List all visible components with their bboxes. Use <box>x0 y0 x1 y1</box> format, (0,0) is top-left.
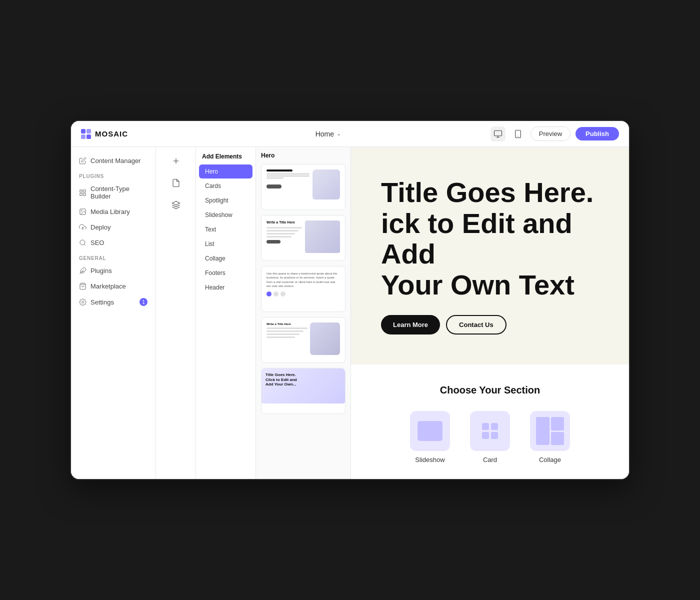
logo-area: MOSAIC <box>81 129 166 139</box>
tmpl4-text: Write a Title Here <box>266 322 308 355</box>
sidebar-label-deploy: Deploy <box>90 224 110 231</box>
template-card-4[interactable]: Write a Title Here <box>261 317 346 363</box>
nav-home-label: Home <box>316 130 334 138</box>
hero-contact-us-button[interactable]: Contact Us <box>446 315 506 334</box>
preview-button[interactable]: Preview <box>530 126 570 141</box>
template-card-2[interactable]: Write a Title Here <box>261 215 346 261</box>
tmpl3-pagination <box>266 292 340 296</box>
tmpl3-layout: Use this space to share a testimonial qu… <box>266 272 340 296</box>
template-card-3[interactable]: Use this space to share a testimonial qu… <box>261 266 346 312</box>
choose-section: Choose Your Section Slideshow <box>351 364 629 479</box>
element-footers[interactable]: Footers <box>199 266 252 280</box>
top-bar-right: Preview Publish <box>490 126 619 142</box>
layers-icon[interactable] <box>166 195 186 215</box>
svg-marker-18 <box>172 202 180 206</box>
page-icon[interactable] <box>166 173 186 193</box>
main-content: Title Goes Here. ick to Edit and Add You… <box>351 147 629 479</box>
svg-point-10 <box>80 240 85 245</box>
element-cards[interactable]: Cards <box>199 179 252 193</box>
sidebar-section-plugins: PLUGINS <box>71 168 156 181</box>
publish-button[interactable]: Publish <box>576 127 619 140</box>
sidebar: Content Manager PLUGINS Content-Type Bui… <box>71 147 156 479</box>
svg-line-11 <box>84 244 86 246</box>
choose-item-slideshow[interactable]: Slideshow <box>410 411 450 464</box>
add-element-icon[interactable] <box>166 151 186 171</box>
canvas-area[interactable]: Title Goes Here. ick to Edit and Add You… <box>351 147 629 479</box>
card-label: Card <box>483 456 497 464</box>
panel-icons <box>166 151 186 215</box>
add-elements-title: Add Elements <box>196 151 256 164</box>
template-category-title: Hero <box>261 152 346 159</box>
slideshow-label: Slideshow <box>415 456 444 464</box>
top-bar: MOSAIC Home ⌄ Preview Publish <box>71 121 629 147</box>
hero-title: Title Goes Here. ick to Edit and Add You… <box>381 177 599 300</box>
card-grid-inner <box>476 417 504 445</box>
svg-point-2 <box>518 136 518 136</box>
choose-item-collage[interactable]: Collage <box>530 411 570 464</box>
element-hero[interactable]: Hero <box>199 164 252 178</box>
choose-section-title: Choose Your Section <box>381 384 599 396</box>
svg-rect-4 <box>84 190 86 192</box>
tmpl2-layout: Write a Title Here <box>266 220 340 253</box>
sidebar-item-seo[interactable]: SEO <box>71 235 156 250</box>
sidebar-item-content-type-builder[interactable]: Content-Type Builder <box>71 181 156 204</box>
sidebar-section-general: GENERAL <box>71 250 156 263</box>
tmpl2-img <box>305 220 340 253</box>
element-list-panel: Add Elements Hero Cards Spotlight Slides… <box>196 147 256 479</box>
sidebar-item-settings[interactable]: Settings 1 <box>71 294 156 310</box>
collage-label: Collage <box>539 456 561 464</box>
svg-rect-6 <box>84 193 86 195</box>
logo-icon <box>81 129 91 139</box>
svg-rect-3 <box>80 190 82 192</box>
add-elements-icon-panel <box>156 147 196 479</box>
svg-point-15 <box>82 301 84 303</box>
sidebar-item-marketplace[interactable]: Marketplace <box>71 278 156 294</box>
tmpl1-layout <box>266 170 340 200</box>
tmpl5-layout: Title Goes Here.Click to Edit andAdd You… <box>262 368 345 404</box>
element-header[interactable]: Header <box>199 280 252 294</box>
sidebar-label-seo: SEO <box>90 239 104 246</box>
template-card-3-inner: Use this space to share a testimonial qu… <box>262 266 345 312</box>
element-list[interactable]: List <box>199 237 252 251</box>
hero-learn-more-button[interactable]: Learn More <box>381 315 440 334</box>
template-card-4-inner: Write a Title Here <box>262 318 345 362</box>
tmpl1-img <box>312 170 340 200</box>
template-card-5-inner: Title Goes Here.Click to Edit andAdd You… <box>262 368 345 414</box>
sidebar-label-media-library: Media Library <box>90 208 130 216</box>
svg-point-8 <box>81 210 82 211</box>
element-spotlight[interactable]: Spotlight <box>199 194 252 208</box>
template-panel: Hero <box>256 147 351 479</box>
sidebar-item-content-manager[interactable]: Content Manager <box>71 153 156 168</box>
nav-home[interactable]: Home ⌄ <box>316 130 341 138</box>
sidebar-label-plugins: Plugins <box>90 267 112 274</box>
template-card-5[interactable]: Title Goes Here.Click to Edit andAdd You… <box>261 368 346 414</box>
element-slideshow[interactable]: Slideshow <box>199 208 252 222</box>
slideshow-icon <box>410 411 450 451</box>
svg-rect-5 <box>80 193 82 195</box>
tmpl1-text <box>266 170 310 190</box>
tmpl4-img <box>310 322 340 355</box>
settings-badge: 1 <box>140 298 148 306</box>
top-bar-center: Home ⌄ <box>166 130 490 138</box>
sidebar-item-media-library[interactable]: Media Library <box>71 204 156 220</box>
sidebar-item-deploy[interactable]: Deploy <box>71 220 156 235</box>
chevron-down-icon: ⌄ <box>336 130 341 137</box>
hero-section[interactable]: Title Goes Here. ick to Edit and Add You… <box>351 147 629 364</box>
mobile-device-icon[interactable] <box>510 126 526 142</box>
collage-icon <box>530 411 570 451</box>
tmpl4-layout: Write a Title Here <box>266 322 340 355</box>
desktop-device-icon[interactable] <box>490 126 506 142</box>
template-card-1-inner <box>262 164 345 210</box>
hero-buttons: Learn More Contact Us <box>381 315 599 334</box>
sidebar-item-plugins[interactable]: Plugins <box>71 263 156 278</box>
svg-rect-0 <box>494 130 502 136</box>
template-card-1[interactable] <box>261 164 346 210</box>
sidebar-label-marketplace: Marketplace <box>90 282 126 290</box>
choose-grid: Slideshow Card <box>381 411 599 464</box>
element-collage[interactable]: Collage <box>199 252 252 266</box>
template-card-2-inner: Write a Title Here <box>262 216 345 260</box>
element-text[interactable]: Text <box>199 222 252 236</box>
collage-grid-inner <box>530 411 570 451</box>
choose-item-card[interactable]: Card <box>470 411 510 464</box>
main-layout: Content Manager PLUGINS Content-Type Bui… <box>71 147 629 479</box>
